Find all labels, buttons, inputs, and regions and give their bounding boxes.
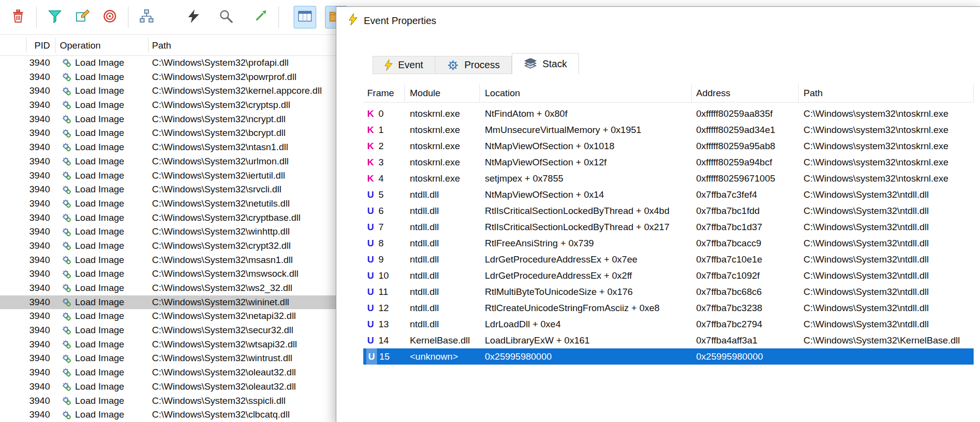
column-header-path[interactable]: Path: [152, 35, 171, 56]
load-image-icon: [62, 86, 72, 96]
stack-frame-row[interactable]: U7ntdll.dllRtlIsCriticalSectionLockedByT…: [363, 219, 974, 235]
pid-cell: 3940: [10, 197, 50, 211]
module-cell: ntdll.dll: [405, 235, 480, 251]
operation-label: Load Image: [75, 323, 124, 338]
operation-cell: Load Image: [62, 56, 124, 70]
stack-frame-row[interactable]: K1ntoskrnl.exeMmUnsecureVirtualMemory + …: [363, 122, 974, 138]
column-header-pid[interactable]: PID: [20, 35, 50, 56]
tab-process[interactable]: Process: [435, 56, 512, 74]
path-cell: C:\Windows\System32\ntdll.dll: [799, 316, 974, 332]
stack-frame-row[interactable]: K4ntoskrnl.exesetjmpex + 0x78550xfffff80…: [363, 170, 974, 186]
tab-stack[interactable]: Stack: [512, 53, 579, 74]
operation-label: Load Image: [75, 169, 124, 183]
frame-number: 3: [378, 157, 384, 167]
operation-cell: Load Image: [62, 366, 124, 380]
column-header-operation[interactable]: Operation: [60, 35, 101, 56]
operation-cell: Load Image: [62, 323, 124, 338]
pid-cell: 3940: [10, 408, 50, 422]
address-cell: 0x7ffba7bc1d37: [692, 219, 799, 235]
path-cell: [799, 348, 974, 365]
pid-cell: 3940: [10, 281, 50, 295]
stack-frame-row[interactable]: U6ntdll.dllRtlIsCriticalSectionLockedByT…: [363, 203, 974, 219]
stack-frame-row[interactable]: U14KernelBase.dllLoadLibraryExW + 0x1610…: [363, 332, 974, 348]
path-cell: C:\Windows\System32\oleaut32.dll: [152, 380, 296, 394]
frame-number: 2: [378, 141, 384, 151]
location-cell: RtlIsCriticalSectionLockedByThread + 0x2…: [480, 219, 692, 235]
tab-label: Stack: [542, 58, 567, 70]
load-image-icon: [62, 354, 72, 364]
tab-label: Event: [398, 59, 423, 71]
frame-number: 7: [378, 222, 384, 232]
stack-frame-row[interactable]: U11ntdll.dllRtlMultiByteToUnicodeSize + …: [363, 284, 974, 300]
load-image-icon: [62, 129, 72, 138]
capture-button[interactable]: [182, 6, 205, 28]
address-cell: 0xfffff80259a94bcf: [692, 154, 799, 170]
operation-label: Load Image: [75, 338, 124, 352]
user-frame-marker: U: [366, 348, 377, 365]
operation-cell: Load Image: [62, 309, 124, 323]
column-header-path[interactable]: Path: [799, 84, 974, 102]
column-header-address[interactable]: Address: [692, 84, 799, 102]
frame-number: 14: [378, 335, 389, 345]
target-icon: [102, 9, 117, 26]
filter-button[interactable]: [44, 6, 66, 28]
operation-label: Load Image: [75, 197, 124, 211]
stack-frame-row[interactable]: U10ntdll.dllLdrGetProcedureAddressEx + 0…: [363, 267, 974, 284]
operation-cell: Load Image: [62, 338, 124, 352]
module-cell: ntoskrnl.exe: [405, 154, 480, 170]
column-header-location[interactable]: Location: [480, 84, 692, 102]
operation-cell: Load Image: [62, 112, 124, 127]
load-image-icon: [62, 58, 72, 68]
stack-frame-row[interactable]: K0ntoskrnl.exeNtFindAtom + 0x80f0xfffff8…: [363, 106, 974, 122]
module-cell: ntdll.dll: [405, 300, 480, 316]
jump-to-button[interactable]: [249, 6, 272, 28]
toolbar-separator: [128, 6, 128, 28]
address-cell: 0x25995980000: [692, 348, 799, 365]
pid-cell: 3940: [10, 295, 50, 310]
path-cell: C:\Windows\system32\ntoskrnl.exe: [799, 106, 974, 122]
toolbar-separator: [36, 6, 37, 28]
column-header-module[interactable]: Module: [405, 84, 480, 102]
stack-frame-row[interactable]: U5ntdll.dllNtMapViewOfSection + 0x140x7f…: [363, 186, 974, 203]
lightning-icon: [385, 59, 393, 71]
load-image-icon: [62, 227, 72, 237]
frame-number: 8: [378, 238, 384, 248]
stack-frame-row[interactable]: U12ntdll.dllRtlCreateUnicodeStringFromAs…: [363, 300, 974, 316]
module-cell: ntdll.dll: [405, 267, 480, 284]
address-cell: 0x7ffba7bcacc9: [692, 235, 799, 251]
location-cell: RtlCreateUnicodeStringFromAsciiz + 0xe8: [480, 300, 692, 316]
path-cell: C:\Windows\system32\ntoskrnl.exe: [799, 170, 974, 186]
operation-label: Load Image: [75, 408, 124, 422]
user-frame-marker: U: [367, 251, 376, 267]
select-columns-button[interactable]: [294, 6, 316, 28]
find-button[interactable]: [215, 6, 237, 28]
path-cell: C:\Windows\System32\secur32.dll: [152, 323, 293, 338]
path-cell: C:\Windows\System32\kernel.appcore.dll: [152, 84, 322, 98]
address-cell: 0x7ffba7bc68c6: [692, 284, 799, 300]
operation-cell: Load Image: [62, 140, 124, 155]
user-frame-marker: U: [367, 235, 376, 251]
module-cell: ntdll.dll: [405, 219, 480, 235]
stack-frame-row[interactable]: K2ntoskrnl.exeNtMapViewOfSection + 0x101…: [363, 138, 974, 154]
load-image-icon: [62, 340, 72, 349]
dialog-title-bar[interactable]: Event Properties: [336, 7, 980, 34]
process-tree-button[interactable]: [135, 6, 158, 28]
frame-number: 12: [378, 303, 389, 313]
frame-number: 13: [378, 319, 389, 329]
tab-event[interactable]: Event: [373, 56, 435, 74]
address-cell: 0xfffff80259ad34e1: [692, 122, 799, 138]
stack-frame-row[interactable]: U15<unknown>0x259959800000x25995980000: [363, 348, 974, 365]
highlight-button[interactable]: [71, 6, 94, 28]
stack-frame-row[interactable]: U8ntdll.dllRtlFreeAnsiString + 0x7390x7f…: [363, 235, 974, 251]
stack-frame-row[interactable]: U9ntdll.dllLdrGetProcedureAddressEx + 0x…: [363, 251, 974, 267]
jump-arrow-icon: [253, 9, 268, 26]
stack-frame-row[interactable]: K3ntoskrnl.exeNtMapViewOfSection + 0x12f…: [363, 154, 974, 170]
clear-button[interactable]: [7, 6, 29, 28]
path-cell: C:\Windows\System32\ntasn1.dll: [152, 140, 288, 155]
include-process-button[interactable]: [99, 6, 121, 28]
stack-frame-row[interactable]: U13ntdll.dllLdrLoadDll + 0xe40x7ffba7bc2…: [363, 316, 974, 332]
operation-label: Load Image: [75, 140, 124, 155]
column-header-frame[interactable]: Frame: [363, 84, 405, 102]
operation-cell: Load Image: [62, 169, 124, 183]
pid-cell: 3940: [10, 338, 50, 352]
